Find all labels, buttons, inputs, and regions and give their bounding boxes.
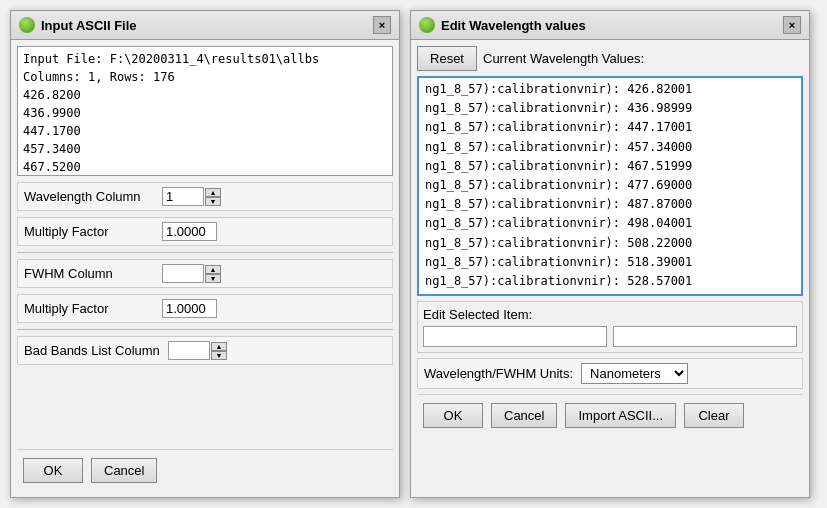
reset-button[interactable]: Reset bbox=[417, 46, 477, 71]
input-ascii-dialog: Input ASCII File × Input File: F:\202003… bbox=[10, 10, 400, 498]
bad-bands-row: Bad Bands List Column ▲ ▼ bbox=[17, 336, 393, 365]
file-line-7: 467.5200 bbox=[23, 158, 387, 176]
file-line-6: 457.3400 bbox=[23, 140, 387, 158]
left-dialog-title-bar: Input ASCII File × bbox=[11, 11, 399, 40]
edit-input-2[interactable] bbox=[613, 326, 797, 347]
wavelength-column-spinner-btns: ▲ ▼ bbox=[205, 188, 221, 206]
multiply-factor-input-1[interactable] bbox=[162, 222, 217, 241]
left-cancel-button[interactable]: Cancel bbox=[91, 458, 157, 483]
list-item[interactable]: ng1_8_57):calibrationvnir): 498.04001 bbox=[423, 214, 797, 233]
multiply-factor-row-2: Multiply Factor bbox=[17, 294, 393, 323]
units-row: Wavelength/FWHM Units: Nanometers Microm… bbox=[417, 358, 803, 389]
units-label: Wavelength/FWHM Units: bbox=[424, 366, 573, 381]
left-dialog-content: Input File: F:\20200311_4\results01\allb… bbox=[11, 40, 399, 497]
list-item[interactable]: ng1_8_57):calibrationvnir): 426.82001 bbox=[423, 80, 797, 99]
clear-button[interactable]: Clear bbox=[684, 403, 744, 428]
fwhm-column-label: FWHM Column bbox=[24, 266, 154, 281]
list-item[interactable]: ng1_8_57):calibrationvnir): 508.22000 bbox=[423, 234, 797, 253]
list-item[interactable]: ng1_8_57):calibrationvnir): 467.51999 bbox=[423, 157, 797, 176]
edit-input-1[interactable] bbox=[423, 326, 607, 347]
multiply-factor-row-1: Multiply Factor bbox=[17, 217, 393, 246]
file-line-2: Columns: 1, Rows: 176 bbox=[23, 68, 387, 86]
left-dialog-close-button[interactable]: × bbox=[373, 16, 391, 34]
bad-bands-down[interactable]: ▼ bbox=[211, 351, 227, 360]
bad-bands-spinner-btns: ▲ ▼ bbox=[211, 342, 227, 360]
list-item[interactable]: ng1_8_57):calibrationvnir): 538.73999 bbox=[423, 291, 797, 296]
right-dialog-icon bbox=[419, 17, 435, 33]
right-dialog-title: Edit Wavelength values bbox=[441, 18, 586, 33]
fwhm-column-row: FWHM Column ▲ ▼ bbox=[17, 259, 393, 288]
wavelength-listbox[interactable]: ng1_8_57):calibrationvnir): 426.82001 ng… bbox=[417, 76, 803, 296]
edit-inputs-row bbox=[423, 326, 797, 347]
fwhm-column-spinner: ▲ ▼ bbox=[162, 264, 221, 283]
bad-bands-label: Bad Bands List Column bbox=[24, 343, 160, 358]
list-item[interactable]: ng1_8_57):calibrationvnir): 518.39001 bbox=[423, 253, 797, 272]
file-line-1: Input File: F:\20200311_4\results01\allb… bbox=[23, 50, 387, 68]
file-line-5: 447.1700 bbox=[23, 122, 387, 140]
list-item[interactable]: ng1_8_57):calibrationvnir): 457.34000 bbox=[423, 138, 797, 157]
right-ok-button[interactable]: OK bbox=[423, 403, 483, 428]
fwhm-column-spinner-btns: ▲ ▼ bbox=[205, 265, 221, 283]
right-dialog-buttons: OK Cancel Import ASCII... Clear bbox=[417, 394, 803, 436]
list-item[interactable]: ng1_8_57):calibrationvnir): 487.87000 bbox=[423, 195, 797, 214]
right-cancel-button[interactable]: Cancel bbox=[491, 403, 557, 428]
current-wv-label: Current Wavelength Values: bbox=[483, 51, 644, 66]
right-dialog-title-bar: Edit Wavelength values × bbox=[411, 11, 809, 40]
left-dialog-title: Input ASCII File bbox=[41, 18, 137, 33]
separator-2 bbox=[17, 329, 393, 330]
list-item[interactable]: ng1_8_57):calibrationvnir): 436.98999 bbox=[423, 99, 797, 118]
multiply-factor-input-2[interactable] bbox=[162, 299, 217, 318]
wavelength-column-row: Wavelength Column ▲ ▼ bbox=[17, 182, 393, 211]
edit-selected-label: Edit Selected Item: bbox=[423, 307, 797, 322]
separator-1 bbox=[17, 252, 393, 253]
units-select[interactable]: Nanometers Micrometers Wavenumber bbox=[581, 363, 688, 384]
left-dialog-icon bbox=[19, 17, 35, 33]
fwhm-column-input[interactable] bbox=[162, 264, 204, 283]
right-dialog-close-button[interactable]: × bbox=[783, 16, 801, 34]
left-dialog-buttons: OK Cancel bbox=[17, 449, 393, 491]
edit-wavelength-dialog: Edit Wavelength values × Reset Current W… bbox=[410, 10, 810, 498]
bad-bands-up[interactable]: ▲ bbox=[211, 342, 227, 351]
bad-bands-input[interactable] bbox=[168, 341, 210, 360]
wavelength-column-up[interactable]: ▲ bbox=[205, 188, 221, 197]
fwhm-column-down[interactable]: ▼ bbox=[205, 274, 221, 283]
multiply-factor-label-1: Multiply Factor bbox=[24, 224, 154, 239]
left-ok-button[interactable]: OK bbox=[23, 458, 83, 483]
list-item[interactable]: ng1_8_57):calibrationvnir): 477.69000 bbox=[423, 176, 797, 195]
bad-bands-spinner: ▲ ▼ bbox=[168, 341, 227, 360]
list-item[interactable]: ng1_8_57):calibrationvnir): 528.57001 bbox=[423, 272, 797, 291]
right-dialog-content: Reset Current Wavelength Values: ng1_8_5… bbox=[411, 40, 809, 497]
edit-selected-section: Edit Selected Item: bbox=[417, 301, 803, 353]
file-line-4: 436.9900 bbox=[23, 104, 387, 122]
fwhm-column-up[interactable]: ▲ bbox=[205, 265, 221, 274]
wavelength-column-down[interactable]: ▼ bbox=[205, 197, 221, 206]
wv-header: Reset Current Wavelength Values: bbox=[417, 46, 803, 71]
list-item[interactable]: ng1_8_57):calibrationvnir): 447.17001 bbox=[423, 118, 797, 137]
import-ascii-button[interactable]: Import ASCII... bbox=[565, 403, 676, 428]
file-line-3: 426.8200 bbox=[23, 86, 387, 104]
file-text-area[interactable]: Input File: F:\20200311_4\results01\allb… bbox=[17, 46, 393, 176]
wavelength-column-input[interactable] bbox=[162, 187, 204, 206]
multiply-factor-label-2: Multiply Factor bbox=[24, 301, 154, 316]
wavelength-column-label: Wavelength Column bbox=[24, 189, 154, 204]
wavelength-column-spinner: ▲ ▼ bbox=[162, 187, 221, 206]
